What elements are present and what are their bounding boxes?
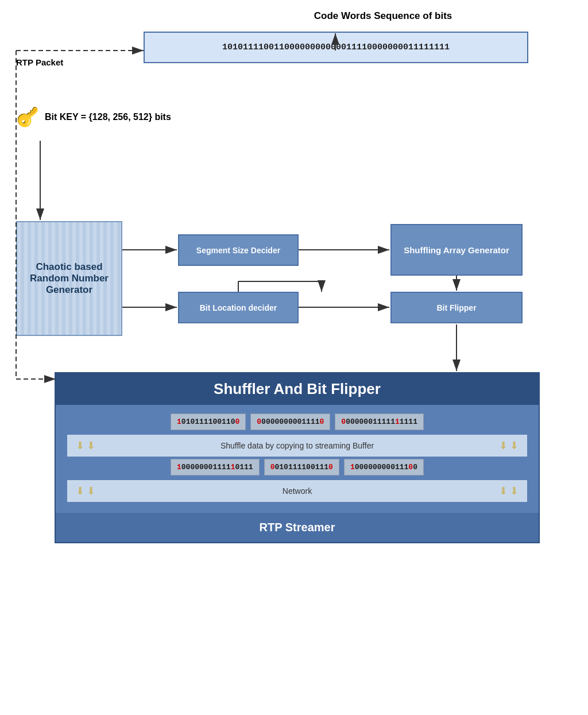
binary-row-2: 10000000111110111 00101111001110 1000000…: [67, 459, 527, 476]
network-row: ⬇ ⬇ Network ⬇ ⬇: [67, 480, 527, 502]
arrows-right-2: ⬇ ⬇: [499, 485, 519, 497]
binary-seg-1a: 10101111001100: [171, 413, 246, 430]
arrows-left-1: ⬇ ⬇: [76, 439, 95, 452]
binary-row-1: 10101111001100 000000000011110 000000011…: [67, 413, 527, 430]
shuffler-inner: 10101111001100 000000000011110 000000011…: [56, 405, 539, 513]
network-text: Network: [95, 486, 499, 496]
bit-location-box: Bit Location decider: [178, 292, 299, 323]
down-arrow: ⬇: [76, 485, 84, 497]
chaotic-rng-box: Chaotic based Random Number Generator: [16, 221, 122, 336]
down-arrow: ⬇: [87, 485, 95, 497]
down-arrow: ⬇: [76, 439, 84, 452]
shuffler-title: Shuffler And Bit Flipper: [56, 373, 539, 405]
down-arrow: ⬇: [499, 485, 508, 497]
arrows-right-1: ⬇ ⬇: [499, 439, 519, 452]
shuffler-container: Shuffler And Bit Flipper 10101111001100 …: [55, 372, 540, 543]
diagram-container: Code Words Sequence of bits: [0, 0, 588, 715]
binary-seg-1c: 00000001111111111: [335, 413, 424, 430]
rtp-streamer-row: RTP Streamer: [56, 513, 539, 542]
bit-key-label: Bit KEY = {128, 256, 512} bits: [45, 112, 171, 122]
bit-flipper-box: Bit Flipper: [390, 292, 523, 323]
binary-seg-2c: 100000000011100: [344, 459, 424, 476]
segment-size-box: Segment Size Decider: [178, 234, 299, 266]
code-words-label: Code Words Sequence of bits: [178, 10, 588, 22]
arrows-left-2: ⬇ ⬇: [76, 485, 95, 497]
shuffle-label-text: Shuffle data by copying to streaming Buf…: [95, 441, 499, 450]
binary-seg-1b: 000000000011110: [250, 413, 330, 430]
shuffle-label-row: ⬇ ⬇ Shuffle data by copying to streaming…: [67, 435, 527, 457]
shuffling-array-box: Shuffling Array Generator: [390, 224, 523, 276]
rtp-streamer-text: RTP Streamer: [56, 521, 539, 534]
binary-seg-2b: 00101111001110: [264, 459, 339, 476]
rtp-packet-label: RTP Packet: [16, 57, 63, 67]
down-arrow: ⬇: [510, 439, 519, 452]
key-area: 🔑 Bit KEY = {128, 256, 512} bits: [16, 106, 171, 128]
down-arrow: ⬇: [499, 439, 508, 452]
key-icon: 🔑: [16, 106, 39, 128]
code-words-box: 1010111100110000000000001111000000001111…: [144, 32, 528, 63]
down-arrow: ⬇: [87, 439, 95, 452]
binary-seg-2a: 10000000111110111: [171, 459, 260, 476]
down-arrow: ⬇: [510, 485, 519, 497]
